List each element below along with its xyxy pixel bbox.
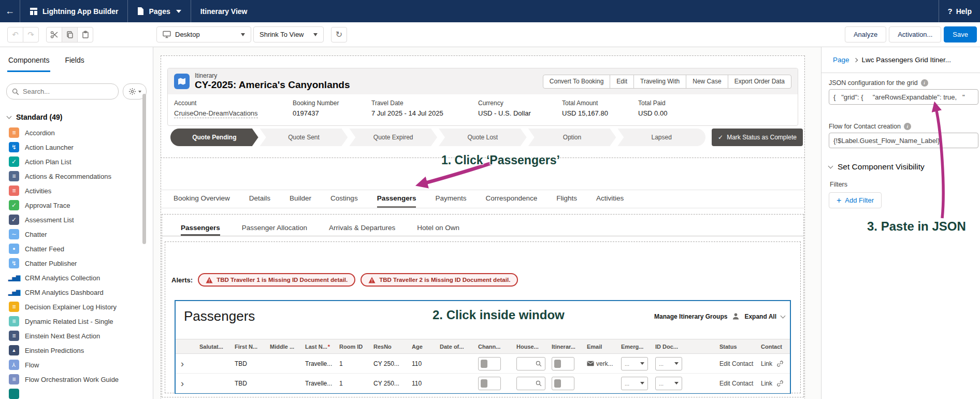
canvas-component-frame[interactable]: Itinerary CY-2025: America's Canyonlands…	[161, 55, 805, 399]
info-icon[interactable]: i	[904, 123, 911, 130]
household-search-input[interactable]	[516, 357, 545, 370]
sidebar-item-einstein-predictions[interactable]: Einstein Predictions	[0, 343, 153, 358]
alert-traveller-1[interactable]: TBD Traveller 1 is Missing ID Document d…	[198, 273, 355, 287]
redo-button[interactable]: ↷	[23, 27, 39, 42]
component-visibility-section[interactable]: Set Component Visibility	[829, 162, 925, 172]
chevron-down-icon	[781, 313, 786, 318]
passengers-grid-title: Passengers	[184, 308, 255, 324]
save-button[interactable]: Save	[944, 26, 977, 42]
sidebar-item-action-launcher[interactable]: Action Launcher	[0, 140, 153, 154]
paste-button[interactable]	[77, 27, 93, 42]
flow-input[interactable]	[829, 133, 978, 148]
device-selector[interactable]: Desktop	[156, 26, 251, 42]
clipboard-group	[46, 27, 93, 42]
passengers-component-frame[interactable]: Passengers Passenger Allocation Arrivals…	[162, 214, 804, 397]
search-input[interactable]	[23, 88, 113, 95]
breadcrumb-component-name: Lwc Passengers Grid Itiner...	[862, 56, 952, 64]
tab-costings[interactable]: Costings	[330, 190, 358, 208]
itinerary-lookup-input[interactable]	[552, 357, 574, 370]
path-stage-quote-expired[interactable]: Quote Expired	[349, 129, 437, 146]
sidebar-item-crm-analytics-dashboard[interactable]: CRM Analytics Dashboard	[0, 285, 153, 300]
sidebar-item-assessment-list[interactable]: Assessment List	[0, 212, 153, 227]
sidebar-item-crm-analytics-collection[interactable]: CRM Analytics Collection	[0, 270, 153, 285]
channel-lookup-input[interactable]	[478, 377, 501, 390]
sidebar-item-approval-trace[interactable]: Approval Trace	[0, 198, 153, 212]
edit-contact-link[interactable]: Edit Contact	[719, 380, 753, 387]
account-link[interactable]: CruiseOne-DreamVacations	[174, 109, 258, 118]
expand-all-link[interactable]: Expand All	[744, 313, 776, 320]
sidebar-item-einstein-next-best-action[interactable]: Einstein Next Best Action	[0, 329, 153, 343]
manage-itinerary-groups-link[interactable]: Manage Itinerary Groups	[654, 313, 727, 320]
id-doc-dropdown[interactable]: ...	[655, 377, 682, 390]
traveling-with-button[interactable]: Traveling With	[633, 75, 686, 89]
tab-details[interactable]: Details	[249, 190, 270, 208]
contact-link[interactable]: Link	[761, 380, 772, 387]
help-button[interactable]: ? Help	[939, 0, 980, 22]
breadcrumb-page-link[interactable]: Page	[833, 56, 849, 64]
sidebar-scrollbar[interactable]	[142, 94, 146, 244]
expand-row-button[interactable]: ›	[181, 359, 184, 369]
tab-activities[interactable]: Activities	[596, 190, 624, 208]
undo-button[interactable]: ↶	[7, 27, 23, 42]
tab-payments[interactable]: Payments	[435, 190, 466, 208]
sidebar-item-chatter-publisher[interactable]: Chatter Publisher	[0, 256, 153, 270]
tab-components[interactable]: Components	[7, 56, 50, 72]
channel-lookup-input[interactable]	[478, 357, 501, 370]
edit-contact-link[interactable]: Edit Contact	[719, 360, 753, 367]
sidebar-item-dynamic-related-list[interactable]: Dynamic Related List - Single	[0, 314, 153, 329]
new-case-button[interactable]: New Case	[686, 75, 728, 89]
sidebar-item-decision-explainer[interactable]: Decision Explainer Log History	[0, 300, 153, 314]
subtab-passengers[interactable]: Passengers	[181, 221, 220, 236]
sidebar-item-partial[interactable]	[0, 387, 153, 399]
tab-correspondence[interactable]: Correspondence	[485, 190, 537, 208]
analyze-button[interactable]: Analyze	[845, 26, 886, 42]
path-stage-quote-sent[interactable]: Quote Sent	[260, 129, 348, 146]
passengers-grid-panel[interactable]: Passengers Manage Itinerary Groups Expan…	[175, 300, 791, 394]
pages-menu[interactable]: Pages	[128, 0, 190, 22]
itinerary-lookup-input[interactable]	[552, 377, 574, 390]
copy-button[interactable]	[62, 27, 78, 42]
subtab-passenger-allocation[interactable]: Passenger Allocation	[242, 221, 307, 236]
path-stage-quote-lost[interactable]: Quote Lost	[439, 129, 527, 146]
cut-button[interactable]	[46, 27, 62, 42]
view-mode-selector[interactable]: Shrink To View	[253, 26, 324, 42]
sidebar-item-actions-recommendations[interactable]: Actions & Recommendations	[0, 169, 153, 183]
path-stage-lapsed[interactable]: Lapsed	[617, 129, 705, 146]
component-search	[6, 83, 119, 99]
sidebar-item-action-plan-list[interactable]: Action Plan List	[0, 154, 153, 169]
path-stage-quote-pending[interactable]: Quote Pending	[170, 129, 258, 146]
tab-passengers[interactable]: Passengers	[377, 190, 416, 208]
export-order-data-button[interactable]: Export Order Data	[728, 75, 791, 89]
refresh-button[interactable]: ↻	[331, 27, 347, 42]
path-stage-option[interactable]: Option	[528, 129, 616, 146]
sidebar-item-flow[interactable]: Flow	[0, 358, 153, 372]
subtab-arrivals-departures[interactable]: Arrivals & Departures	[329, 221, 395, 236]
sidebar-item-chatter-feed[interactable]: Chatter Feed	[0, 241, 153, 256]
edit-button[interactable]: Edit	[610, 75, 634, 89]
sidebar-item-flow-orchestration[interactable]: Flow Orchestration Work Guide	[0, 372, 153, 387]
household-search-input[interactable]	[516, 377, 545, 390]
id-doc-dropdown[interactable]: ...	[655, 357, 682, 370]
sidebar-item-chatter[interactable]: Chatter	[0, 227, 153, 241]
json-config-input[interactable]	[829, 89, 978, 105]
convert-to-booking-button[interactable]: Convert To Booking	[543, 75, 611, 89]
sidebar-item-accordion[interactable]: Accordion	[0, 125, 153, 140]
passengers-grid-component-frame[interactable]: Alerts: TBD Traveller 1 is Missing ID Do…	[165, 241, 801, 393]
standard-section-header[interactable]: Standard (49)	[7, 113, 153, 121]
alert-traveller-2[interactable]: TBD Traveller 2 is Missing ID Document d…	[361, 273, 518, 287]
expand-row-button[interactable]: ›	[181, 378, 184, 389]
tab-fields[interactable]: Fields	[64, 56, 85, 72]
info-icon[interactable]: i	[921, 79, 928, 87]
back-button[interactable]: ←	[0, 0, 20, 22]
activation-button[interactable]: Activation...	[889, 26, 941, 42]
tab-booking-overview[interactable]: Booking Overview	[174, 190, 230, 208]
contact-link[interactable]: Link	[761, 360, 772, 367]
sidebar-item-activities[interactable]: Activities	[0, 183, 153, 198]
tab-builder[interactable]: Builder	[290, 190, 311, 208]
mark-status-complete-button[interactable]: ✓ Mark Status as Complete	[712, 129, 803, 146]
emergency-dropdown[interactable]: ...	[621, 377, 648, 390]
add-filter-button[interactable]: + Add Filter	[829, 192, 882, 208]
emergency-dropdown[interactable]: ...	[621, 357, 648, 370]
tab-flights[interactable]: Flights	[556, 190, 577, 208]
subtab-hotel-on-own[interactable]: Hotel on Own	[417, 221, 459, 236]
